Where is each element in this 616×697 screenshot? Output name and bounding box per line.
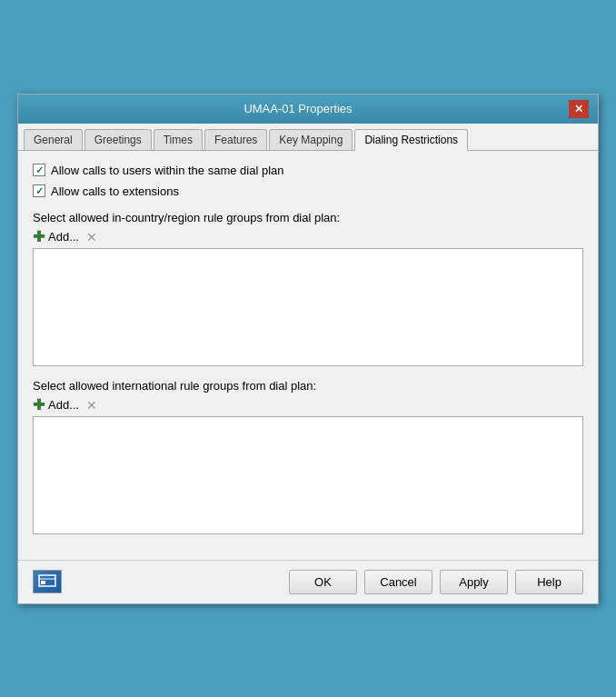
international-list-box[interactable] <box>33 416 583 534</box>
ok-button[interactable]: OK <box>289 570 357 594</box>
title-bar: UMAA-01 Properties ✕ <box>18 95 598 124</box>
tab-features[interactable]: Features <box>204 129 267 150</box>
checkbox-label-1: Allow calls to users within the same dia… <box>51 164 284 177</box>
in-country-list-box[interactable] <box>33 248 583 366</box>
add-bar-2: ✚ Add... ✕ <box>33 398 583 413</box>
svg-rect-2 <box>41 581 45 584</box>
footer-icon <box>33 570 62 593</box>
tab-dialing-restrictions[interactable]: Dialing Restrictions <box>354 129 468 151</box>
properties-window: UMAA-01 Properties ✕ General Greetings T… <box>17 94 599 604</box>
checkbox-label-2: Allow calls to extensions <box>51 184 179 198</box>
window-title: UMAA-01 Properties <box>27 102 569 115</box>
apply-button[interactable]: Apply <box>440 570 508 594</box>
section1-label: Select allowed in-country/region rule gr… <box>33 211 583 224</box>
add-button-2[interactable]: Add... <box>48 398 79 412</box>
add-icon-1: ✚ <box>33 230 45 244</box>
checkbox-same-dial-plan[interactable]: ✓ <box>33 164 45 176</box>
footer: OK Cancel Apply Help <box>18 560 598 603</box>
checkbox-row-2: ✓ Allow calls to extensions <box>33 184 583 198</box>
checkbox-extensions[interactable]: ✓ <box>33 184 45 197</box>
tabs-container: General Greetings Times Features Key Map… <box>18 124 598 151</box>
help-button[interactable]: Help <box>515 570 583 594</box>
tab-greetings[interactable]: Greetings <box>84 129 152 150</box>
remove-button-2[interactable]: ✕ <box>86 398 97 413</box>
checkmark-1: ✓ <box>35 164 44 176</box>
checkmark-2: ✓ <box>35 185 44 197</box>
tab-key-mapping[interactable]: Key Mapping <box>269 129 353 150</box>
remove-button-1[interactable]: ✕ <box>86 230 97 244</box>
content-area: ✓ Allow calls to users within the same d… <box>18 151 598 560</box>
add-bar-1: ✚ Add... ✕ <box>33 230 583 244</box>
tab-times[interactable]: Times <box>154 129 203 150</box>
section2-label: Select allowed international rule groups… <box>33 379 583 393</box>
checkbox-row-1: ✓ Allow calls to users within the same d… <box>33 164 583 177</box>
tab-general[interactable]: General <box>24 129 83 150</box>
add-button-1[interactable]: Add... <box>48 230 79 244</box>
close-button[interactable]: ✕ <box>569 100 589 118</box>
add-icon-2: ✚ <box>33 398 45 413</box>
cancel-button[interactable]: Cancel <box>364 570 432 594</box>
